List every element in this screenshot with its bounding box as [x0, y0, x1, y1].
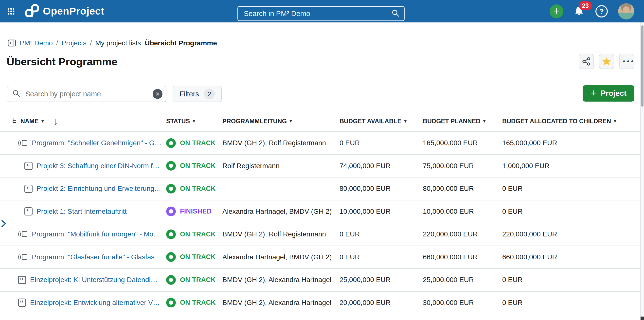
project-icon	[24, 207, 32, 216]
global-search[interactable]	[238, 6, 404, 21]
star-icon	[602, 56, 612, 66]
status-cell[interactable]: ON TRACK	[166, 161, 222, 170]
column-header-budget-available[interactable]: BUDGET AVAILABLE ▾	[340, 118, 423, 125]
budget-allocated-cell: 220,000,000 EUR	[502, 230, 640, 238]
table-row[interactable]: Einzelprojekt: KI Unterstützung Datendi……	[0, 269, 640, 292]
sidebar-toggle-icon[interactable]	[8, 38, 16, 48]
program-icon	[18, 230, 28, 238]
column-label: BUDGET AVAILABLE	[340, 118, 402, 125]
status-cell[interactable]: FINISHED	[166, 206, 222, 216]
status-cell[interactable]: ON TRACK	[166, 275, 222, 285]
table-row[interactable]: Programm: "Glasfaser für alle" - Glasfas…	[0, 246, 640, 269]
projects-table: NAME ▾ ↓ STATUS ▾ PROGRAMMLEITUNG ▾ BUDG…	[0, 111, 640, 314]
logo-text: OpenProject	[43, 6, 104, 17]
status-cell[interactable]: ON TRACK	[166, 184, 222, 194]
status-cell[interactable]: ON TRACK	[166, 298, 222, 308]
share-button[interactable]	[579, 54, 594, 69]
budget-planned-cell: 10,000,000 EUR	[423, 208, 502, 216]
status-cell[interactable]: ON TRACK	[166, 252, 222, 262]
project-name-cell: Projekt 1: Start Internetauftritt	[12, 207, 166, 216]
project-link[interactable]: Programm: "Glasfaser für alle" - Glasfas…	[32, 253, 162, 261]
table-row[interactable]: Einzelprojekt: Entwicklung alternativer …	[0, 292, 640, 314]
chevron-down-icon[interactable]: ▾	[404, 118, 406, 124]
chevron-down-icon[interactable]: ▾	[42, 118, 44, 124]
project-link[interactable]: Einzelprojekt: Entwicklung alternativer …	[30, 299, 160, 307]
project-filter-search[interactable]: ✕	[7, 86, 166, 102]
chevron-down-icon[interactable]: ▾	[290, 118, 292, 124]
breadcrumb-current-name: Übersicht Programme	[145, 39, 217, 47]
avatar[interactable]	[618, 3, 634, 20]
breadcrumb-project-link[interactable]: PM² Demo	[20, 39, 53, 47]
filters-label: Filters	[180, 90, 199, 98]
status-donut-icon	[166, 138, 176, 148]
clear-search-button[interactable]: ✕	[152, 89, 162, 99]
clear-icon: ✕	[155, 92, 160, 97]
status-label: ON TRACK	[180, 185, 216, 192]
chevron-down-icon[interactable]: ▾	[614, 118, 616, 124]
status-donut-icon	[166, 161, 176, 170]
column-header-programmleitung[interactable]: PROGRAMMLEITUNG ▾	[222, 118, 340, 125]
status-cell[interactable]: ON TRACK	[166, 230, 222, 239]
vertical-scrollbar[interactable]	[640, 22, 644, 320]
scrollbar-thumb[interactable]	[641, 26, 644, 107]
table-row[interactable]: Programm: "Mobilfunk für morgen" - Mo… O…	[0, 223, 640, 246]
status-donut-icon	[166, 298, 176, 308]
new-project-label: Project	[600, 89, 626, 98]
notification-count-badge[interactable]: 23	[579, 1, 592, 10]
budget-planned-cell: 165,000,000 EUR	[423, 139, 502, 147]
table-row[interactable]: Projekt 2: Einrichtung und Erweiterung… …	[0, 178, 640, 200]
status-label: ON TRACK	[180, 276, 216, 284]
column-header-name[interactable]: NAME ▾ ↓	[12, 116, 166, 126]
project-name-search-input[interactable]	[25, 90, 148, 98]
expand-sidebar-chevron-icon[interactable]	[1, 220, 7, 229]
notifications-button[interactable]: 23	[574, 5, 585, 18]
chevron-down-icon[interactable]: ▾	[483, 118, 486, 124]
chevron-down-icon[interactable]: ▾	[193, 118, 195, 124]
status-label: FINISHED	[180, 208, 212, 215]
column-label: STATUS	[166, 118, 190, 125]
openproject-logo[interactable]: OpenProject	[25, 4, 104, 19]
table-row[interactable]: Projekt 1: Start Internetauftritt FINISH…	[0, 200, 640, 223]
budget-available-cell: 0 EUR	[340, 230, 423, 238]
project-link[interactable]: Programm: "Schneller Genehmigen" - G…	[32, 139, 162, 147]
project-name-cell: Projekt 2: Einrichtung und Erweiterung…	[12, 185, 166, 193]
plus-icon: +	[553, 5, 560, 16]
search-icon[interactable]	[391, 9, 400, 18]
app-grid-icon[interactable]	[8, 8, 15, 16]
column-header-budget-planned[interactable]: BUDGET PLANNED ▾	[423, 118, 502, 125]
budget-planned-cell: 660,000,000 EUR	[423, 253, 502, 261]
project-name-cell: Projekt 3: Schaffung einer DIN-Norm f…	[12, 162, 166, 170]
ellipsis-icon: •••	[621, 58, 635, 65]
favorite-button[interactable]	[599, 54, 614, 69]
hierarchy-icon[interactable]	[12, 117, 18, 125]
status-label: ON TRACK	[180, 139, 216, 147]
column-header-status[interactable]: STATUS ▾	[166, 118, 222, 125]
project-link[interactable]: Projekt 1: Start Internetauftritt	[36, 208, 127, 216]
project-icon	[24, 162, 32, 170]
status-cell[interactable]: ON TRACK	[166, 138, 222, 148]
table-row[interactable]: Projekt 3: Schaffung einer DIN-Norm f… O…	[0, 155, 640, 178]
table-header-row: NAME ▾ ↓ STATUS ▾ PROGRAMMLEITUNG ▾ BUDG…	[0, 111, 640, 132]
project-link[interactable]: Projekt 2: Einrichtung und Erweiterung…	[36, 185, 161, 192]
budget-allocated-cell: 165,000,000 EUR	[502, 139, 640, 147]
breadcrumb-projects-link[interactable]: Projects	[62, 39, 86, 47]
status-label: ON TRACK	[180, 230, 216, 238]
budget-allocated-cell: 0 EUR	[502, 299, 640, 307]
project-link[interactable]: Projekt 3: Schaffung einer DIN-Norm f…	[36, 162, 160, 170]
more-options-button[interactable]: •••	[619, 54, 634, 69]
new-project-button[interactable]: + Project	[582, 85, 634, 102]
project-link[interactable]: Einzelprojekt: KI Unterstützung Datendi…	[30, 276, 158, 284]
help-button[interactable]: ?	[596, 5, 608, 18]
global-create-button[interactable]: +	[550, 4, 564, 18]
breadcrumb: PM² Demo / Projects / My project lists: …	[8, 38, 217, 48]
budget-available-cell: 10,000,000 EUR	[340, 208, 423, 216]
filters-button[interactable]: Filters 2	[172, 86, 222, 102]
global-search-input[interactable]	[243, 9, 391, 18]
filters-count-badge: 2	[204, 88, 215, 99]
project-link[interactable]: Programm: "Mobilfunk für morgen" - Mo…	[32, 230, 160, 238]
table-row[interactable]: Programm: "Schneller Genehmigen" - G… ON…	[0, 132, 640, 155]
sort-descending-icon[interactable]: ↓	[54, 115, 58, 127]
column-header-budget-allocated[interactable]: BUDGET ALLOCATED TO CHILDREN ▾	[502, 118, 640, 125]
project-name-cell: Programm: "Glasfaser für alle" - Glasfas…	[12, 253, 166, 261]
project-name-cell: Programm: "Schneller Genehmigen" - G…	[12, 139, 166, 147]
